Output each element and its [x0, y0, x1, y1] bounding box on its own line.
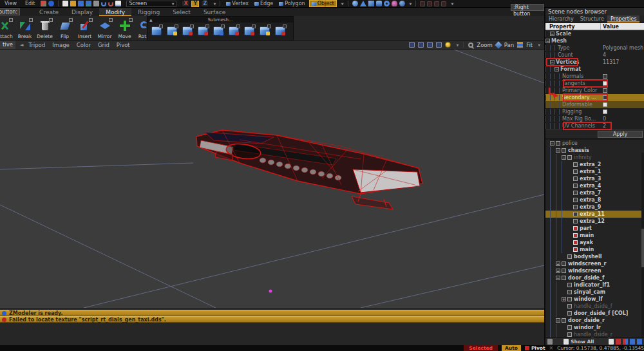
viewport-menu-image[interactable]: Image — [52, 42, 70, 48]
submesh-icon-4[interactable] — [196, 24, 209, 37]
select-region-icon[interactable] — [409, 42, 415, 48]
property-row-secondary[interactable]: Secondary ... — [545, 94, 644, 101]
menu-view[interactable]: View — [1, 1, 20, 6]
property-row-primary-color[interactable]: Primary Color — [545, 87, 644, 94]
visibility-checkbox-red[interactable] — [573, 233, 578, 238]
chevron-left-icon[interactable]: ◄ — [20, 43, 23, 48]
expand-icon[interactable]: + — [562, 297, 566, 301]
column-header-value[interactable]: Value — [601, 23, 644, 30]
mode-button-edge[interactable]: Edge — [252, 0, 275, 7]
collapse-icon[interactable]: − — [550, 141, 554, 146]
tool-insert-button[interactable]: Insert — [75, 16, 95, 40]
mode-button-vertex[interactable]: Vertex — [224, 0, 251, 7]
visibility-checkbox-red[interactable] — [573, 240, 578, 245]
visibility-checkbox[interactable] — [567, 325, 572, 330]
tree-item-windor-lr[interactable]: windor_lr — [545, 324, 644, 331]
helper-icon[interactable] — [441, 1, 446, 6]
help-icon[interactable] — [48, 1, 54, 6]
visibility-checkbox[interactable] — [573, 162, 578, 167]
camera-icon[interactable] — [434, 1, 439, 6]
cylinder-icon[interactable] — [376, 1, 382, 6]
property-row-deformable[interactable]: Deformable — [545, 101, 644, 108]
show-all-icon[interactable] — [564, 339, 569, 345]
view-label[interactable]: tive — [0, 41, 15, 49]
collapse-icon[interactable]: − — [556, 148, 560, 153]
tab-create[interactable]: Create — [33, 8, 65, 16]
panel-tab-properties[interactable]: Properties — [607, 15, 639, 23]
axis-button-z[interactable]: Z — [201, 1, 209, 7]
submesh-icon-2[interactable] — [166, 24, 178, 37]
cube-icon[interactable] — [368, 1, 374, 6]
cone-icon[interactable] — [360, 1, 366, 6]
visibility-checkbox[interactable] — [573, 205, 578, 209]
close-icon[interactable]: × — [549, 345, 554, 351]
visibility-checkbox-red[interactable] — [573, 226, 578, 231]
scrollbar[interactable] — [641, 153, 644, 343]
mode-button-polygon[interactable]: Polygon — [277, 0, 307, 7]
axis-button-y[interactable]: Y — [191, 1, 199, 7]
redo-icon[interactable] — [108, 1, 113, 6]
submesh-icon-7[interactable] — [243, 24, 256, 37]
flag-icon[interactable] — [41, 1, 46, 6]
export-icon[interactable] — [93, 1, 99, 6]
pattern-icon[interactable] — [436, 42, 442, 48]
visibility-checkbox[interactable] — [573, 169, 578, 174]
property-row-count[interactable]: Count4 — [545, 52, 644, 59]
tree-item-chassis[interactable]: −chassis — [545, 147, 644, 154]
auto-badge[interactable]: Auto — [502, 345, 521, 351]
tree-item-extra-9[interactable]: extra_9 — [545, 204, 644, 211]
tree-item-infinity[interactable]: −infinity — [545, 154, 644, 161]
checkbox-checked-icon[interactable] — [603, 109, 607, 114]
checkbox-checked-icon[interactable] — [603, 81, 607, 86]
viewport-menu-grid[interactable]: Grid — [98, 42, 109, 48]
magnifier-icon[interactable] — [468, 43, 473, 48]
new-file-icon[interactable] — [62, 1, 68, 6]
submesh-icon-8[interactable] — [258, 24, 271, 37]
property-row-scale[interactable]: −Scale — [545, 30, 644, 37]
notes-icon[interactable] — [115, 1, 121, 6]
undo-icon[interactable] — [101, 1, 106, 6]
tree-item-door-dside-r[interactable]: −door_dside_r — [545, 317, 644, 324]
viewport[interactable] — [0, 50, 544, 308]
tree-item-police[interactable]: −police — [545, 140, 644, 147]
lightbar-model[interactable] — [196, 130, 422, 209]
property-row-format[interactable]: −Format — [545, 66, 644, 73]
pivot-point[interactable] — [269, 290, 272, 293]
node-redblue-icon[interactable] — [623, 339, 628, 345]
property-row-normals[interactable]: Normals — [545, 73, 644, 80]
submesh-icon-1[interactable] — [150, 24, 163, 37]
tree-item-extra-3[interactable]: extra_3 — [545, 175, 644, 182]
visibility-checkbox-red[interactable] — [573, 247, 578, 252]
tree-item-ayak[interactable]: ayak — [545, 239, 644, 246]
tree-item-sinyal-cam[interactable]: sinyal_cam — [545, 289, 644, 296]
light-icon[interactable] — [427, 1, 432, 6]
tree-item-door-dside-f-col[interactable]: door_dside_f [COL] — [545, 310, 644, 317]
pivot-color-swatch[interactable] — [525, 346, 529, 350]
panel-tab-hierarchy[interactable]: Hierarchy — [545, 15, 577, 23]
mode-button-object[interactable]: Object — [309, 0, 337, 7]
fit-icon[interactable] — [517, 42, 523, 48]
expand-icon[interactable]: + — [556, 261, 560, 266]
import-icon[interactable] — [86, 1, 91, 6]
screen-dropdown[interactable]: Screen ▼ — [126, 1, 176, 7]
viewport-menu-pivot[interactable]: Pivot — [117, 42, 130, 48]
expander-icon[interactable]: − — [550, 60, 554, 64]
tab-select[interactable]: Select — [166, 8, 197, 16]
sphere-icon[interactable] — [352, 1, 358, 6]
tree-item-window-lf[interactable]: +window_lf — [545, 296, 644, 303]
tree-item-extra-11[interactable]: extra_11 — [545, 211, 644, 218]
menu-edit[interactable]: Edit — [22, 1, 39, 6]
viewport-control-fit[interactable]: Fit — [526, 42, 533, 48]
tool-flip-button[interactable]: Flip — [55, 16, 75, 40]
checkbox-checked-icon[interactable] — [603, 102, 607, 107]
axis-button-x[interactable]: X — [182, 1, 189, 7]
collapse-icon[interactable]: − — [556, 276, 560, 280]
visibility-checkbox[interactable] — [562, 318, 566, 323]
tree-item-handle-dside-f[interactable]: handle_dside_f — [545, 303, 644, 310]
checkbox-unchecked-icon[interactable] — [603, 74, 607, 79]
tool-mirror-button[interactable]: Mirror — [95, 16, 115, 40]
property-row-tangents[interactable]: Tangents — [545, 80, 644, 87]
geosphere-icon[interactable] — [399, 1, 405, 6]
tree-item-extra-8[interactable]: extra_8 — [545, 196, 644, 204]
lamp-icon[interactable] — [445, 42, 451, 48]
